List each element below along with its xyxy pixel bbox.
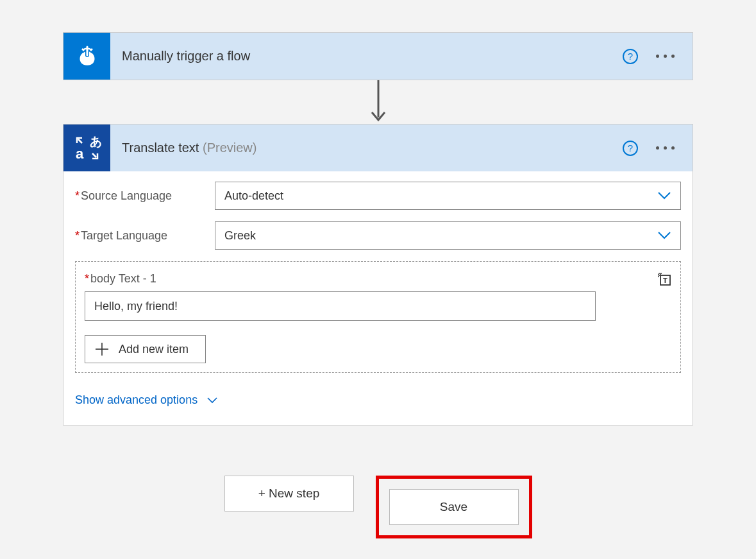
svg-text:a: a — [76, 146, 84, 162]
more-icon[interactable] — [656, 146, 675, 150]
source-language-select[interactable]: Auto-detect — [215, 182, 681, 210]
action-header-actions: ? — [623, 141, 693, 156]
trigger-header[interactable]: Manually trigger a flow ? — [63, 33, 693, 80]
body-text-header: *body Text - 1 T — [85, 272, 671, 286]
source-language-row: *Source Language Auto-detect — [75, 182, 681, 210]
chevron-down-icon — [657, 231, 671, 240]
trigger-actions: ? — [623, 49, 693, 64]
trigger-title: Manually trigger a flow — [110, 49, 623, 64]
action-title: Translate text (Preview) — [110, 141, 623, 155]
target-language-value: Greek — [224, 229, 256, 243]
target-language-label: *Target Language — [75, 229, 215, 243]
save-button[interactable]: Save — [389, 489, 519, 525]
svg-text:T: T — [663, 277, 668, 284]
bottom-actions: + New step Save — [224, 476, 532, 538]
new-step-button[interactable]: + New step — [224, 476, 354, 512]
save-highlight-box: Save — [376, 476, 532, 538]
body-text-section: *body Text - 1 T Hello, my friend! — [75, 261, 681, 373]
help-icon[interactable]: ? — [623, 49, 638, 64]
source-language-label: *Source Language — [75, 189, 215, 203]
plus-icon — [94, 341, 110, 357]
target-language-select[interactable]: Greek — [215, 221, 681, 250]
translate-icon: あ a — [63, 125, 110, 171]
advanced-options-label: Show advanced options — [75, 393, 197, 407]
chevron-down-icon — [206, 397, 218, 404]
trigger-step[interactable]: Manually trigger a flow ? — [63, 32, 693, 80]
body-text-value: Hello, my friend! — [94, 300, 178, 313]
required-mark: * — [85, 272, 89, 285]
trigger-icon — [63, 33, 110, 80]
add-new-item-button[interactable]: Add new item — [85, 335, 206, 363]
flow-designer: Manually trigger a flow ? あ a — [63, 32, 693, 538]
help-icon[interactable]: ? — [623, 141, 638, 156]
add-new-item-label: Add new item — [119, 343, 189, 356]
body-text-input[interactable]: Hello, my friend! — [85, 291, 596, 321]
body-text-label: *body Text - 1 — [85, 272, 156, 286]
action-title-text: Translate text — [122, 141, 199, 155]
preview-tag: (Preview) — [203, 141, 256, 155]
source-language-value: Auto-detect — [224, 189, 283, 203]
more-icon[interactable] — [656, 55, 675, 58]
action-step: あ a Translate text (Preview) ? *S — [63, 124, 693, 426]
chevron-down-icon — [657, 191, 671, 200]
target-language-row: *Target Language Greek — [75, 221, 681, 250]
action-header[interactable]: あ a Translate text (Preview) ? — [63, 125, 693, 171]
connector-arrow-icon — [370, 80, 387, 124]
required-mark: * — [75, 229, 80, 242]
show-advanced-options[interactable]: Show advanced options — [75, 393, 218, 407]
svg-text:あ: あ — [90, 135, 102, 148]
dynamic-content-icon[interactable]: T — [657, 272, 671, 286]
action-body: *Source Language Auto-detect *Target Lan… — [63, 171, 693, 425]
required-mark: * — [75, 189, 80, 202]
